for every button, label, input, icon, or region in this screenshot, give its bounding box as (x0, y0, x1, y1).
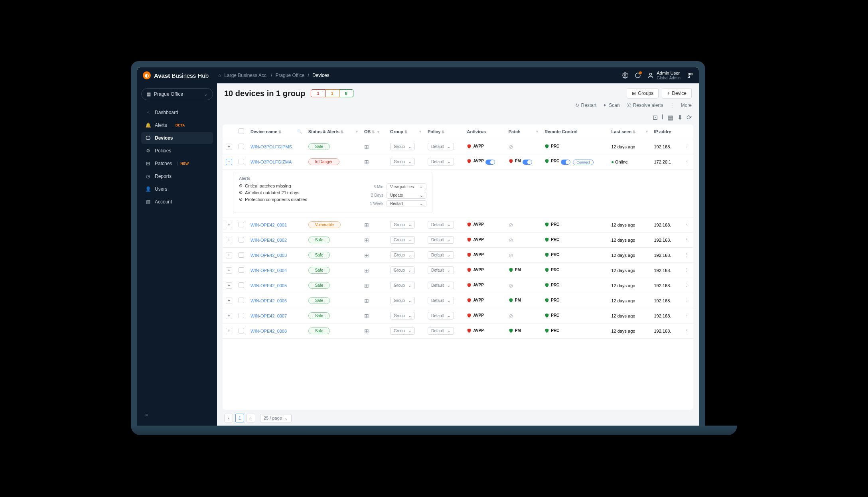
expand-row-button[interactable]: + (226, 328, 232, 334)
sidebar-item-account[interactable]: ▤Account (141, 196, 213, 208)
col-lastseen[interactable]: Last seen⇅▾ (608, 124, 651, 139)
refresh-icon[interactable]: ⟳ (687, 114, 692, 121)
group-select[interactable]: Group ⌄ (390, 221, 415, 229)
download-icon[interactable]: ⬇ (677, 114, 683, 121)
sidebar-item-alerts[interactable]: 🔔AlertsBETA (141, 119, 213, 131)
office-selector[interactable]: ▦ Prague Office ⌄ (141, 88, 213, 100)
device-name-link[interactable]: WIN-OPE42_0002 (251, 238, 287, 243)
filter-icon[interactable]: ▾ (536, 129, 538, 134)
expand-row-button[interactable]: + (226, 144, 232, 150)
sidebar-item-reports[interactable]: ◷Reports (141, 170, 213, 182)
apps-icon[interactable] (687, 72, 693, 79)
row-menu-button[interactable]: ⋮ (683, 144, 690, 149)
filter-icon[interactable]: ▾ (646, 129, 648, 134)
col-policy[interactable]: Policy⇅ (424, 124, 464, 139)
device-name-link[interactable]: WIN-OPE42_0003 (251, 253, 287, 258)
group-select[interactable]: Group ⌄ (390, 312, 415, 320)
col-patch[interactable]: Patch▾ (505, 124, 541, 139)
filter-icon[interactable]: ▾ (377, 130, 379, 134)
user-menu[interactable]: Admin User Global Admin (647, 71, 681, 80)
col-group[interactable]: Group⇅▾ (387, 124, 424, 139)
col-ip[interactable]: IP addre (651, 124, 680, 139)
row-menu-button[interactable]: ⋮ (683, 237, 690, 242)
density-icon[interactable]: ▤ (667, 114, 673, 121)
connect-button[interactable]: Connect (573, 160, 594, 165)
row-checkbox[interactable] (239, 222, 244, 227)
row-menu-button[interactable]: ⋮ (683, 268, 690, 272)
page-1-button[interactable]: 1 (235, 414, 244, 422)
settings-icon[interactable] (622, 72, 628, 79)
restart-action[interactable]: ↻Restart (575, 103, 597, 108)
policy-select[interactable]: Default ⌄ (428, 312, 454, 320)
row-checkbox[interactable] (239, 252, 244, 258)
notification-icon[interactable] (635, 72, 641, 79)
sidebar-item-dashboard[interactable]: ⌂Dashboard (141, 106, 213, 118)
expand-row-button[interactable]: + (226, 298, 232, 304)
expand-row-button[interactable]: + (226, 237, 232, 243)
expand-row-button[interactable]: + (226, 313, 232, 319)
prev-page-button[interactable]: ‹ (224, 414, 233, 422)
policy-select[interactable]: Default ⌄ (428, 266, 454, 274)
row-menu-button[interactable]: ⋮ (683, 252, 690, 257)
policy-select[interactable]: Default ⌄ (428, 282, 454, 289)
sidebar-item-policies[interactable]: ⚙Policies (141, 145, 213, 157)
col-os[interactable]: OS⇅▾ (361, 124, 387, 139)
row-menu-button[interactable]: ⋮ (683, 222, 690, 227)
alert-action-select[interactable]: Update ⌄ (387, 192, 426, 199)
device-name-link[interactable]: WIN-OPE42_0008 (251, 329, 287, 333)
resolve-alerts-action[interactable]: 🛈Resolve alerts (626, 103, 663, 108)
expand-row-button[interactable]: + (226, 222, 232, 228)
expand-row-button[interactable]: − (226, 159, 232, 165)
sidebar-item-devices[interactable]: 🖵Devices (141, 132, 213, 144)
row-checkbox[interactable] (239, 298, 244, 303)
expand-row-button[interactable]: + (226, 252, 232, 258)
row-checkbox[interactable] (239, 144, 244, 149)
prc-toggle[interactable] (561, 160, 570, 165)
select-all-checkbox[interactable] (239, 128, 244, 134)
group-select[interactable]: Group ⌄ (390, 266, 415, 274)
columns-icon[interactable]: ⊡ (653, 114, 658, 121)
collapse-sidebar-icon[interactable]: « (141, 408, 213, 422)
group-select[interactable]: Group ⌄ (390, 251, 415, 259)
breadcrumb-root[interactable]: Large Business Acc. (224, 73, 268, 78)
alert-action-select[interactable]: Restart ⌄ (387, 200, 426, 207)
sidebar-item-patches[interactable]: ⊞PatchesNEW (141, 158, 213, 170)
breadcrumb-office[interactable]: Prague Office (275, 73, 304, 78)
page-size-select[interactable]: 25 / page⌄ (260, 414, 292, 422)
scan-action[interactable]: ✦Scan (603, 103, 619, 108)
row-checkbox[interactable] (239, 282, 244, 288)
group-select[interactable]: Group ⌄ (390, 297, 415, 304)
more-action[interactable]: More (681, 103, 692, 108)
group-select[interactable]: Group ⌄ (390, 282, 415, 289)
group-select[interactable]: Group ⌄ (390, 236, 415, 244)
device-name-link[interactable]: WIN-O3POLFGIZMA (251, 160, 292, 164)
col-device[interactable]: Device name⇅🔍 (247, 124, 305, 139)
policy-select[interactable]: Default ⌄ (428, 158, 454, 166)
search-icon[interactable]: 🔍 (297, 129, 302, 134)
expand-row-button[interactable]: + (226, 282, 232, 289)
policy-select[interactable]: Default ⌄ (428, 251, 454, 259)
row-menu-button[interactable]: ⋮ (683, 283, 690, 288)
device-name-link[interactable]: WIN-OPE42_0001 (251, 223, 287, 227)
col-remote[interactable]: Remote Control (541, 124, 608, 139)
row-checkbox[interactable] (239, 328, 244, 333)
next-page-button[interactable]: › (247, 414, 255, 422)
policy-select[interactable]: Default ⌄ (428, 297, 454, 304)
status-summary[interactable]: 1 1 8 (311, 89, 353, 97)
col-antivirus[interactable]: Antivirus (464, 124, 505, 139)
add-device-button[interactable]: +Device (662, 88, 692, 99)
group-select[interactable]: Group ⌄ (390, 143, 415, 150)
row-checkbox[interactable] (239, 237, 244, 243)
status-pill-safe[interactable]: 8 (339, 89, 353, 97)
row-checkbox[interactable] (239, 267, 244, 273)
expand-row-button[interactable]: + (226, 267, 232, 274)
device-name-link[interactable]: WIN-OPE42_0007 (251, 314, 287, 318)
device-name-link[interactable]: WIN-OPE42_0005 (251, 283, 287, 288)
col-status[interactable]: Status & Alerts⇅▾ (305, 124, 361, 139)
home-icon[interactable]: ⌂ (218, 73, 221, 78)
row-checkbox[interactable] (239, 313, 244, 318)
pm-toggle[interactable] (523, 160, 532, 165)
filter-icon[interactable]: ▾ (356, 129, 358, 134)
row-menu-button[interactable]: ⋮ (683, 328, 690, 333)
policy-select[interactable]: Default ⌄ (428, 236, 454, 244)
